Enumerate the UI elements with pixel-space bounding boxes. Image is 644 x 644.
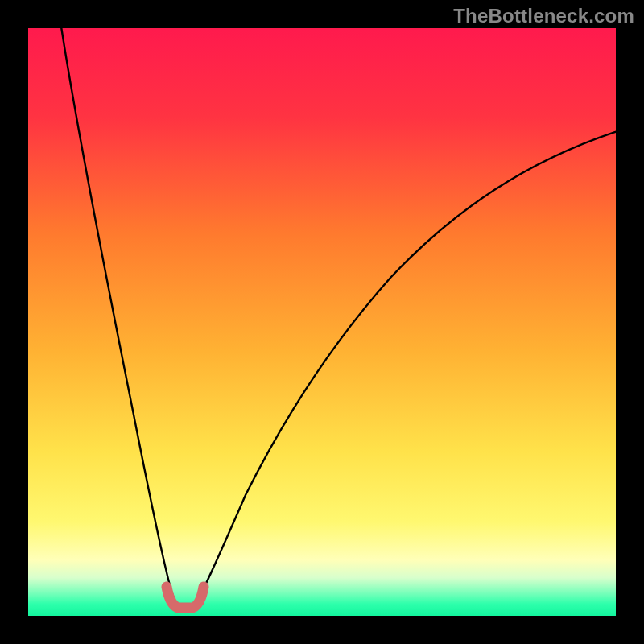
background-gradient: [28, 28, 616, 616]
watermark-text: TheBottleneck.com: [453, 5, 634, 27]
chart-frame: TheBottleneck.com: [0, 0, 644, 644]
bottleneck-chart: [28, 28, 616, 616]
